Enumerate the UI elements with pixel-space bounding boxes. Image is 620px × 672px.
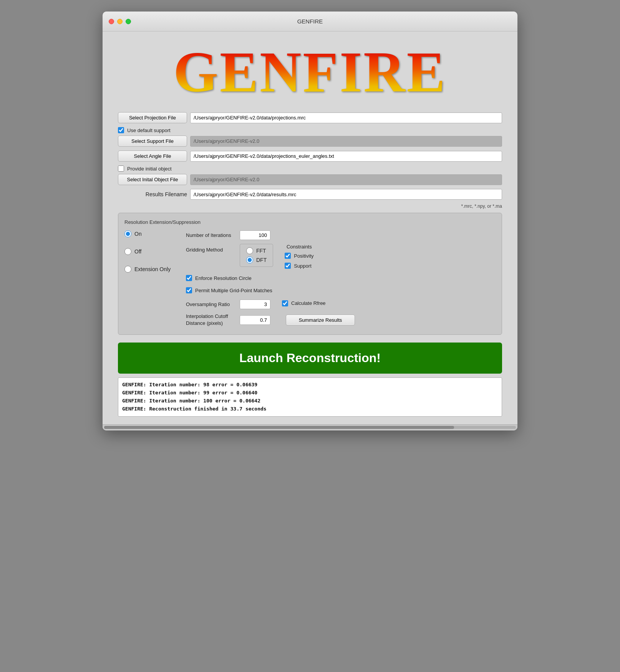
resolution-section-title: Resolution Extension/Suppression	[124, 219, 496, 225]
enforce-resolution-checkbox[interactable]	[186, 275, 192, 281]
gridding-method-row: Gridding Method FFT DFT	[186, 244, 496, 271]
permit-multiple-row: Permit Multiple Grid-Point Matches	[186, 287, 496, 293]
support-file-input[interactable]	[190, 136, 502, 147]
results-hint: *.mrc, *.npy, or *.ma	[118, 204, 502, 209]
iterations-row: Number of Iterations	[186, 230, 496, 240]
permit-multiple-checkbox[interactable]	[186, 287, 192, 293]
titlebar: GENFIRE	[103, 12, 517, 31]
results-filename-label: Results Filename	[118, 191, 187, 197]
log-line-4: GENFIRE: Reconstruction finished in 33.7…	[122, 405, 498, 413]
log-line-1: GENFIRE: Iteration number: 98 error = 0.…	[122, 381, 498, 389]
maximize-button[interactable]	[126, 19, 131, 24]
traffic-lights	[109, 19, 131, 24]
results-filename-row: Results Filename	[118, 189, 502, 200]
radio-on-row: On	[124, 230, 178, 237]
radio-column: On Off Extension Only	[124, 230, 178, 273]
right-options: Number of Iterations Gridding Method FFT	[186, 230, 496, 327]
angle-file-input[interactable]	[190, 151, 502, 162]
constraints-title: Constraints	[285, 244, 313, 250]
radio-extension-row: Extension Only	[124, 266, 178, 273]
form-section: Select Projection File Use default suppo…	[118, 112, 502, 209]
positivity-row: Positivity	[285, 253, 313, 259]
projection-file-row: Select Projection File	[118, 112, 502, 123]
provide-initial-object-row: Provide initial object	[118, 166, 502, 172]
launch-reconstruction-button[interactable]: Launch Reconstruction!	[118, 343, 502, 374]
radio-on-label: On	[134, 231, 142, 237]
window-title: GENFIRE	[297, 18, 323, 25]
close-button[interactable]	[109, 19, 114, 24]
results-filename-input[interactable]	[190, 189, 502, 200]
main-content: GENFIRE Select Projection File Use defau…	[103, 31, 517, 424]
permit-multiple-label: Permit Multiple Grid-Point Matches	[195, 288, 272, 293]
enforce-resolution-label: Enforce Resolution Circle	[195, 275, 252, 281]
use-default-support-checkbox[interactable]	[118, 127, 124, 133]
calculate-rfree-row: Calculate Rfree	[282, 300, 326, 306]
support-label: Support	[294, 263, 312, 269]
gridding-box: FFT DFT	[240, 244, 273, 267]
radio-extension-only[interactable]	[124, 266, 131, 273]
initial-object-file-row: Select Inital Object File	[118, 174, 502, 185]
radio-fft-label: FFT	[256, 248, 266, 254]
radio-extension-label: Extension Only	[134, 266, 171, 272]
positivity-label: Positivity	[294, 253, 313, 259]
radio-dft[interactable]	[246, 257, 253, 263]
gridding-fft-row: FFT	[246, 247, 267, 254]
oversampling-input[interactable]	[240, 300, 270, 309]
iterations-label: Number of Iterations	[186, 232, 236, 238]
use-default-support-row: Use default support	[118, 127, 502, 133]
app-logo: GENFIRE	[173, 43, 446, 101]
options-grid: On Off Extension Only	[124, 230, 496, 327]
calculate-rfree-checkbox[interactable]	[282, 300, 288, 306]
minimize-button[interactable]	[117, 19, 123, 24]
horizontal-scrollbar[interactable]	[103, 424, 517, 430]
oversampling-label: Oversampling Ratio	[186, 301, 236, 307]
interpolation-row: Interpolation Cutoff Distance (pixels) S…	[186, 313, 496, 327]
select-angle-file-button[interactable]: Select Angle File	[118, 151, 187, 162]
select-projection-file-button[interactable]: Select Projection File	[118, 112, 187, 123]
scrollbar-track	[104, 426, 516, 429]
log-box: GENFIRE: Iteration number: 98 error = 0.…	[118, 377, 502, 416]
projection-file-input[interactable]	[190, 113, 502, 123]
log-line-2: GENFIRE: Iteration number: 99 error = 0.…	[122, 389, 498, 397]
select-support-file-button[interactable]: Select Support File	[118, 136, 187, 147]
provide-initial-object-label: Provide initial object	[127, 166, 172, 172]
gridding-dft-row: DFT	[246, 257, 267, 263]
oversampling-row: Oversampling Ratio Calculate Rfree	[186, 300, 496, 309]
gridding-label: Gridding Method	[186, 247, 236, 253]
summarize-results-button[interactable]: Summarize Results	[286, 314, 355, 326]
support-file-row: Select Support File	[118, 136, 502, 147]
log-line-3: GENFIRE: Iteration number: 100 error = 0…	[122, 397, 498, 405]
iterations-input[interactable]	[240, 230, 270, 240]
use-default-support-label: Use default support	[127, 127, 171, 133]
logo-container: GENFIRE	[118, 43, 502, 101]
enforce-resolution-row: Enforce Resolution Circle	[186, 275, 496, 281]
support-checkbox[interactable]	[285, 263, 291, 269]
resolution-section: Resolution Extension/Suppression On Off	[118, 213, 502, 335]
radio-off-row: Off	[124, 248, 178, 255]
interpolation-label: Interpolation Cutoff Distance (pixels)	[186, 313, 236, 327]
constraints-box: Constraints Positivity Support	[285, 244, 313, 271]
radio-off[interactable]	[124, 248, 131, 255]
interpolation-input[interactable]	[240, 315, 270, 325]
radio-off-label: Off	[134, 248, 141, 255]
support-row: Support	[285, 263, 313, 269]
select-initial-object-button[interactable]: Select Inital Object File	[118, 174, 187, 185]
radio-on[interactable]	[124, 230, 131, 237]
provide-initial-object-checkbox[interactable]	[118, 166, 124, 172]
calculate-rfree-label: Calculate Rfree	[291, 300, 326, 306]
positivity-checkbox[interactable]	[285, 253, 291, 259]
initial-object-input[interactable]	[190, 174, 502, 185]
radio-dft-label: DFT	[256, 257, 267, 263]
radio-fft[interactable]	[246, 247, 253, 254]
scrollbar-thumb[interactable]	[104, 426, 454, 429]
angle-file-row: Select Angle File	[118, 151, 502, 162]
